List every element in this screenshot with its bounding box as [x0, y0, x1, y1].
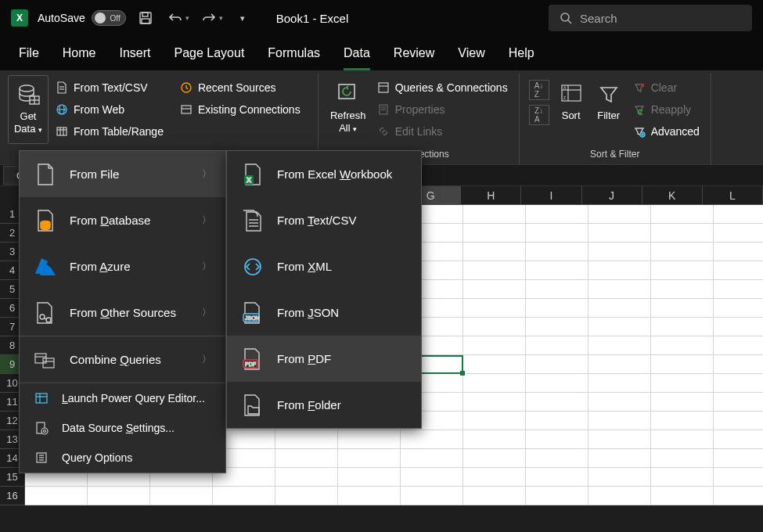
links-icon	[376, 124, 390, 138]
column-header[interactable]: H	[461, 186, 521, 205]
submenu-from-json[interactable]: JSON From JSON	[227, 289, 421, 336]
toggle-switch[interactable]: Off	[92, 10, 126, 26]
chevron-right-icon: 〉	[202, 214, 211, 227]
refresh-all-button[interactable]: Refresh All ▾	[326, 75, 370, 144]
tab-view[interactable]: View	[458, 36, 484, 70]
submenu-from-folder[interactable]: From Folder	[227, 382, 421, 428]
group-sort-label: Sort & Filter	[526, 149, 704, 161]
column-header[interactable]: J	[582, 186, 642, 205]
properties-icon	[376, 102, 390, 117]
column-header[interactable]: I	[521, 186, 581, 205]
row-header[interactable]: 16	[0, 487, 25, 505]
svg-point-5	[20, 85, 34, 92]
from-web-button[interactable]: From Web	[50, 99, 168, 120]
edit-links-button: Edit Links	[372, 120, 513, 142]
tab-file[interactable]: File	[19, 36, 39, 70]
menu-combine-queries[interactable]: Combine Queries 〉	[20, 336, 225, 383]
sort-icon: AZ	[557, 80, 585, 108]
svg-rect-19	[182, 106, 191, 113]
sort-label: Sort	[562, 110, 581, 122]
search-placeholder: Search	[580, 12, 617, 25]
menu-from-other-sources[interactable]: From Other Sources 〉	[20, 289, 225, 336]
reapply-label: Reapply	[651, 103, 691, 116]
queries-connections-label: Queries & Connections	[395, 81, 508, 94]
column-header[interactable]: K	[642, 186, 703, 205]
chevron-right-icon: 〉	[202, 353, 211, 366]
tab-data[interactable]: Data	[344, 36, 370, 70]
from-text-csv-button[interactable]: From Text/CSV	[50, 77, 168, 99]
svg-text:Z: Z	[563, 95, 566, 100]
sort-desc-button[interactable]: Z↓A	[529, 105, 549, 125]
svg-rect-1	[142, 13, 148, 16]
menu-from-file[interactable]: From From FileFile 〉	[20, 151, 225, 197]
tab-home[interactable]: Home	[63, 36, 96, 70]
get-data-button[interactable]: Get Data ▾	[8, 75, 49, 144]
menu-from-database[interactable]: From Database 〉	[20, 197, 225, 243]
column-header[interactable]: L	[703, 186, 763, 205]
database-icon	[14, 81, 42, 109]
submenu-from-text-csv[interactable]: From Text/CSV	[227, 197, 421, 243]
title-bar: X AutoSave Off ▾ ▾ ▾ Book1 - Excel Searc…	[0, 0, 763, 36]
tab-page-layout[interactable]: Page Layout	[174, 36, 244, 70]
menu-query-options[interactable]: Query Options	[20, 443, 225, 473]
sort-asc-button[interactable]: A↓Z	[529, 80, 549, 100]
filter-label: Filter	[597, 110, 620, 122]
svg-rect-14	[57, 128, 67, 135]
queries-icon	[376, 81, 390, 95]
svg-rect-21	[339, 84, 355, 99]
existing-connections-button[interactable]: Existing Connections	[175, 99, 305, 120]
tab-formulas[interactable]: Formulas	[268, 36, 320, 70]
toggle-state: Off	[110, 14, 121, 23]
undo-icon[interactable]	[165, 8, 185, 28]
advanced-button[interactable]: Advanced	[628, 120, 704, 142]
text-csv-icon	[241, 209, 265, 232]
globe-icon	[55, 102, 69, 117]
svg-point-3	[561, 13, 569, 21]
menu-launch-power-query[interactable]: Launch Power Query Editor...	[20, 383, 225, 413]
sort-button[interactable]: AZ Sort	[554, 75, 588, 144]
reapply-icon	[632, 102, 646, 117]
clear-label: Clear	[651, 81, 677, 94]
svg-text:PDF: PDF	[245, 361, 256, 367]
options-icon	[34, 450, 49, 466]
tab-review[interactable]: Review	[394, 36, 434, 70]
existing-connections-label: Existing Connections	[198, 103, 301, 116]
autosave-toggle[interactable]: AutoSave Off	[38, 10, 126, 26]
svg-line-4	[568, 20, 571, 23]
tab-help[interactable]: Help	[509, 36, 534, 70]
menu-from-azure[interactable]: From Azure 〉	[20, 243, 225, 289]
sort-asc-icon: A↓Z	[534, 81, 544, 99]
svg-text:X: X	[247, 176, 251, 184]
svg-text:JSON: JSON	[245, 315, 260, 321]
submenu-from-pdf[interactable]: PDF From PDF	[227, 336, 421, 382]
pdf-icon: PDF	[241, 347, 265, 371]
query-options-label: Query Options	[62, 451, 132, 464]
filter-button[interactable]: Filter	[592, 75, 626, 144]
from-table-range-button[interactable]: From Table/Range	[50, 120, 168, 142]
tab-insert[interactable]: Insert	[119, 36, 150, 70]
combine-icon	[34, 348, 57, 372]
save-icon[interactable]	[135, 8, 156, 28]
file-icon	[34, 163, 57, 186]
ribbon-tabs: File Home Insert Page Layout Formulas Da…	[0, 36, 763, 70]
submenu-from-excel-workbook[interactable]: X From Excel Workbook	[227, 151, 421, 197]
redo-dropdown-icon[interactable]: ▾	[219, 14, 223, 22]
xml-icon	[241, 255, 265, 279]
qat-customize-icon[interactable]: ▾	[232, 8, 253, 28]
search-input[interactable]: Search	[549, 5, 752, 31]
recent-sources-button[interactable]: Recent Sources	[175, 77, 305, 99]
refresh-icon	[334, 80, 362, 108]
chevron-right-icon: 〉	[202, 260, 211, 273]
undo-dropdown-icon[interactable]: ▾	[185, 14, 189, 22]
menu-data-source-settings[interactable]: Data Source Settings...	[20, 413, 225, 443]
table-icon	[55, 124, 69, 138]
submenu-from-xml[interactable]: From XML	[227, 243, 421, 289]
advanced-label: Advanced	[651, 125, 700, 138]
queries-connections-button[interactable]: Queries & Connections	[372, 77, 513, 99]
clear-button: Clear	[628, 77, 704, 99]
from-web-label: From Web	[74, 103, 124, 116]
redo-icon[interactable]	[199, 8, 219, 28]
svg-line-38	[44, 318, 47, 319]
svg-rect-22	[379, 83, 388, 92]
settings-icon	[34, 420, 49, 436]
